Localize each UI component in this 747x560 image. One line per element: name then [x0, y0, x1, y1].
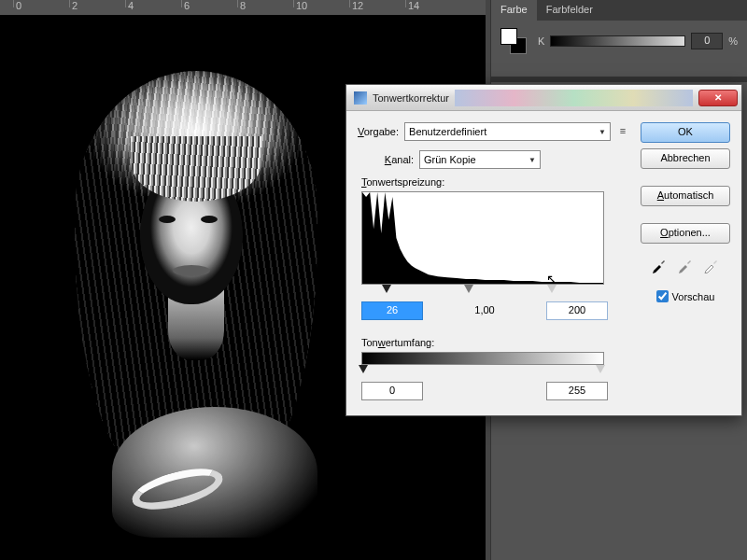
cancel-button[interactable]: Abbrechen — [641, 148, 730, 169]
auto-button[interactable]: Automatisch — [641, 186, 730, 206]
gamma-slider[interactable] — [464, 285, 473, 294]
channel-label: Kanal: — [374, 154, 414, 165]
close-button[interactable]: ✕ — [698, 90, 738, 106]
foreground-swatch[interactable] — [500, 28, 517, 45]
black-eyedropper-icon[interactable] — [651, 257, 668, 273]
dialog-title: Tonwertkorrektur — [373, 92, 449, 104]
channel-value: Grün Kopie — [424, 154, 476, 165]
ok-button[interactable]: OK — [641, 122, 730, 143]
preset-label: Vorgabe: — [358, 126, 399, 137]
levels-dialog: Tonwertkorrektur ✕ Vorgabe: Benutzerdefi… — [345, 84, 742, 416]
preset-value: Benutzerdefiniert — [409, 126, 486, 137]
k-label: K — [538, 35, 544, 47]
fg-bg-swatch[interactable] — [500, 28, 527, 54]
preset-options-button[interactable]: ≡ — [616, 125, 629, 138]
input-levels-label: Tonwertspreizung: — [361, 176, 629, 188]
k-unit: % — [728, 35, 738, 47]
output-black-field[interactable]: 0 — [361, 382, 423, 400]
titlebar-gradient — [455, 90, 693, 106]
histogram[interactable] — [361, 191, 604, 285]
channel-combo[interactable]: Grün Kopie ▼ — [419, 150, 541, 169]
input-slider-track[interactable]: ↖ — [361, 285, 604, 296]
white-eyedropper-icon[interactable] — [703, 257, 720, 273]
preview-label[interactable]: Vorschau — [672, 291, 715, 302]
preset-combo[interactable]: Benutzerdefiniert ▼ — [404, 122, 611, 141]
color-panel: Farbe Farbfelder K 0 % — [490, 0, 747, 75]
output-white-slider[interactable] — [596, 365, 605, 374]
black-point-slider[interactable] — [382, 285, 391, 294]
portrait-image — [28, 34, 364, 556]
gray-eyedropper-icon[interactable] — [677, 257, 694, 273]
app-icon — [354, 91, 367, 105]
tab-color[interactable]: Farbe — [491, 0, 537, 21]
input-gamma-field[interactable]: 1,00 — [454, 301, 515, 320]
chevron-down-icon: ▼ — [529, 156, 536, 164]
output-levels-label: Tonwertumfang: — [361, 337, 629, 348]
output-white-field[interactable]: 255 — [546, 382, 608, 400]
k-value-field[interactable]: 0 — [691, 33, 723, 49]
input-white-field[interactable]: 200 — [546, 301, 608, 320]
output-gradient[interactable] — [361, 352, 604, 365]
k-slider[interactable] — [550, 35, 685, 47]
histogram-svg — [362, 192, 603, 284]
white-point-slider[interactable] — [547, 285, 557, 294]
dialog-titlebar[interactable]: Tonwertkorrektur ✕ — [346, 85, 741, 111]
output-black-slider[interactable] — [359, 365, 368, 374]
options-button[interactable]: Optionen... — [641, 223, 730, 244]
color-panel-tabs: Farbe Farbfelder — [491, 0, 747, 21]
chevron-down-icon: ▼ — [599, 128, 606, 136]
preview-checkbox[interactable] — [656, 290, 669, 302]
horizontal-ruler: 02468101214 — [13, 0, 480, 15]
ruler-container: 02468101214 — [0, 0, 486, 15]
tab-swatches[interactable]: Farbfelder — [537, 0, 602, 21]
input-black-field[interactable]: 26 — [361, 301, 423, 320]
output-slider-track[interactable] — [361, 365, 604, 376]
